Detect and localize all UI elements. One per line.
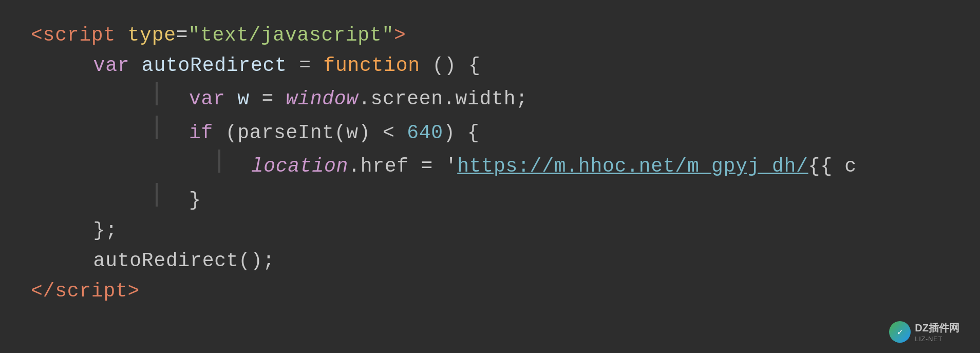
var-autoredirect: autoRedirect [129, 51, 299, 81]
tag-name-script: script [43, 21, 116, 51]
eq2: = [261, 84, 286, 115]
obj-window: window [286, 84, 359, 115]
indent-guide [156, 82, 158, 106]
fn-rest: () { [420, 51, 481, 81]
attr-type: type [128, 21, 176, 51]
parseint: parseInt [237, 118, 334, 148]
watermark-text-block: DZ插件网 LIZ-NET [915, 321, 959, 343]
tag-close-open: </ [31, 276, 55, 307]
close-brace-2: }; [93, 216, 118, 246]
tag-open: < [31, 21, 43, 51]
kw-function: function [323, 51, 420, 81]
code-container: <script type="text/javascript"> var auto… [0, 0, 980, 353]
close-brace-1: } [189, 185, 201, 216]
watermark-sub-text: LIZ-NET [915, 335, 959, 343]
var-w: w [225, 84, 262, 115]
code-line-3: var w = window.screen.width; [31, 81, 949, 115]
watermark: ✓ DZ插件网 LIZ-NET [889, 321, 959, 343]
if-rest: ) { [443, 118, 480, 148]
fn-call: autoRedirect(); [93, 246, 275, 276]
code-line-6: } [31, 182, 949, 215]
code-line-8: autoRedirect(); [31, 246, 949, 276]
prop-screen-width: .screen.width; [359, 84, 528, 115]
watermark-icon: ✓ [889, 321, 911, 343]
str-quote: ' [445, 152, 458, 182]
num-640: 640 [407, 118, 443, 148]
code-line-2: var autoRedirect = function () { [31, 51, 949, 81]
parseint-arg: (w) [334, 118, 371, 148]
indent-guide-3 [218, 150, 220, 173]
tag-close-bracket: > [128, 276, 140, 307]
indent-guide-2 [156, 116, 158, 139]
code-line-9: </script> [31, 276, 949, 307]
tag-name-script-close: script [55, 276, 127, 307]
kw-var-1: var [93, 51, 130, 81]
eq3: = [409, 152, 445, 182]
tag-close: > [394, 21, 406, 51]
template-tag: {{ c [808, 152, 857, 182]
equals: = [176, 21, 189, 51]
code-line-4: if (parseInt(w) < 640) { [31, 115, 949, 148]
code-line-7: }; [31, 216, 949, 246]
prop-href: .href [348, 152, 409, 182]
paren-open: ( [213, 118, 237, 148]
url-link[interactable]: https://m.hhoc.net/m_gpyj_dh/ [457, 152, 808, 182]
code-block: <script type="text/javascript"> var auto… [31, 21, 949, 306]
kw-var-2: var [189, 84, 225, 115]
obj-location: location [252, 152, 349, 182]
code-line-1: <script type="text/javascript"> [31, 21, 949, 51]
indent-guide-4 [156, 183, 158, 207]
space [116, 21, 128, 51]
watermark-main-text: DZ插件网 [915, 321, 959, 335]
check-icon: ✓ [897, 326, 903, 338]
eq: = [299, 51, 323, 81]
kw-if: if [189, 118, 213, 148]
lt-operator: < [370, 118, 407, 148]
attr-value: "text/javascript" [188, 21, 394, 51]
code-line-5: location.href = 'https://m.hhoc.net/m_gp… [31, 148, 949, 182]
